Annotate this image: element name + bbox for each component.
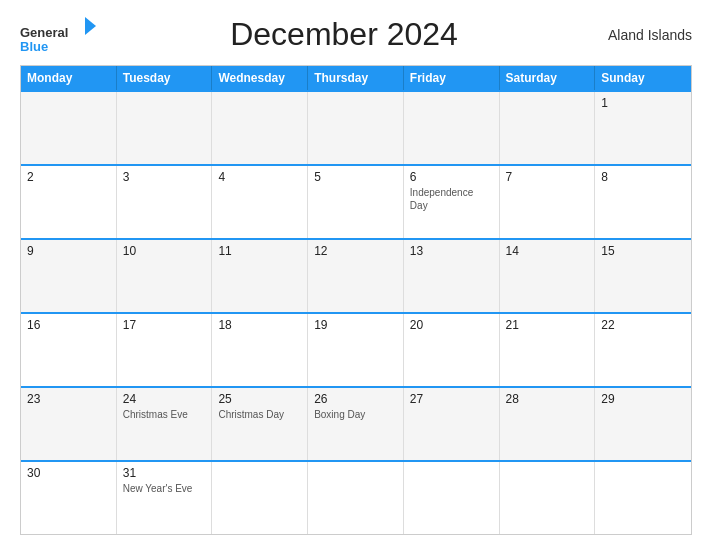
cal-cell: 31New Year's Eve (117, 462, 213, 534)
day-number: 9 (27, 244, 110, 258)
day-number: 15 (601, 244, 685, 258)
day-number: 11 (218, 244, 301, 258)
cal-cell: 27 (404, 388, 500, 460)
cal-cell: 7 (500, 166, 596, 238)
cal-cell: 18 (212, 314, 308, 386)
logo-flag-icon (74, 15, 96, 37)
page: General Blue December 2024 Aland Islands… (0, 0, 712, 550)
cal-cell (117, 92, 213, 164)
week-row-1: 1 (21, 90, 691, 164)
week-row-6: 3031New Year's Eve (21, 460, 691, 534)
cal-cell: 1 (595, 92, 691, 164)
cal-cell: 21 (500, 314, 596, 386)
cal-cell: 25Christmas Day (212, 388, 308, 460)
cal-cell (404, 462, 500, 534)
day-number: 8 (601, 170, 685, 184)
logo: General Blue (20, 15, 96, 55)
day-header-tuesday: Tuesday (117, 66, 213, 90)
day-number: 3 (123, 170, 206, 184)
cal-cell: 29 (595, 388, 691, 460)
day-number: 18 (218, 318, 301, 332)
day-number: 21 (506, 318, 589, 332)
day-event: Christmas Eve (123, 408, 206, 421)
day-number: 10 (123, 244, 206, 258)
calendar-body: 123456Independence Day789101112131415161… (21, 90, 691, 534)
region-label: Aland Islands (592, 27, 692, 43)
day-number: 19 (314, 318, 397, 332)
cal-cell: 3 (117, 166, 213, 238)
cal-cell: 4 (212, 166, 308, 238)
cal-cell: 24Christmas Eve (117, 388, 213, 460)
cal-cell: 22 (595, 314, 691, 386)
cal-cell: 26Boxing Day (308, 388, 404, 460)
day-number: 5 (314, 170, 397, 184)
cal-cell: 15 (595, 240, 691, 312)
day-number: 17 (123, 318, 206, 332)
day-header-sunday: Sunday (595, 66, 691, 90)
cal-cell (21, 92, 117, 164)
calendar: MondayTuesdayWednesdayThursdayFridaySatu… (20, 65, 692, 535)
cal-cell: 23 (21, 388, 117, 460)
cal-cell (500, 92, 596, 164)
day-number: 31 (123, 466, 206, 480)
cal-cell: 11 (212, 240, 308, 312)
calendar-header: MondayTuesdayWednesdayThursdayFridaySatu… (21, 66, 691, 90)
cal-cell: 6Independence Day (404, 166, 500, 238)
day-number: 4 (218, 170, 301, 184)
week-row-5: 2324Christmas Eve25Christmas Day26Boxing… (21, 386, 691, 460)
header: General Blue December 2024 Aland Islands (20, 15, 692, 55)
cal-cell (404, 92, 500, 164)
day-number: 12 (314, 244, 397, 258)
day-header-monday: Monday (21, 66, 117, 90)
cal-cell (308, 462, 404, 534)
day-number: 24 (123, 392, 206, 406)
cal-cell: 19 (308, 314, 404, 386)
week-row-4: 16171819202122 (21, 312, 691, 386)
day-number: 23 (27, 392, 110, 406)
day-event: New Year's Eve (123, 482, 206, 495)
week-row-3: 9101112131415 (21, 238, 691, 312)
day-number: 26 (314, 392, 397, 406)
cal-cell (212, 92, 308, 164)
cal-cell (308, 92, 404, 164)
cal-cell: 8 (595, 166, 691, 238)
cal-cell: 28 (500, 388, 596, 460)
day-header-saturday: Saturday (500, 66, 596, 90)
day-number: 2 (27, 170, 110, 184)
day-event: Christmas Day (218, 408, 301, 421)
cal-cell: 10 (117, 240, 213, 312)
day-number: 22 (601, 318, 685, 332)
day-number: 27 (410, 392, 493, 406)
day-number: 30 (27, 466, 110, 480)
day-number: 28 (506, 392, 589, 406)
logo-blue: Blue (20, 39, 48, 54)
day-event: Independence Day (410, 186, 493, 212)
cal-cell: 30 (21, 462, 117, 534)
month-title: December 2024 (96, 16, 592, 53)
day-number: 29 (601, 392, 685, 406)
day-header-friday: Friday (404, 66, 500, 90)
cal-cell (212, 462, 308, 534)
day-number: 1 (601, 96, 685, 110)
day-number: 13 (410, 244, 493, 258)
day-header-thursday: Thursday (308, 66, 404, 90)
cal-cell: 14 (500, 240, 596, 312)
day-number: 7 (506, 170, 589, 184)
svg-rect-1 (74, 17, 85, 35)
logo-text: General Blue (20, 15, 96, 55)
cal-cell: 2 (21, 166, 117, 238)
cal-cell: 13 (404, 240, 500, 312)
day-number: 14 (506, 244, 589, 258)
cal-cell: 9 (21, 240, 117, 312)
day-header-wednesday: Wednesday (212, 66, 308, 90)
cal-cell: 16 (21, 314, 117, 386)
cal-cell: 12 (308, 240, 404, 312)
day-number: 6 (410, 170, 493, 184)
cal-cell (500, 462, 596, 534)
day-number: 25 (218, 392, 301, 406)
cal-cell: 17 (117, 314, 213, 386)
week-row-2: 23456Independence Day78 (21, 164, 691, 238)
cal-cell: 5 (308, 166, 404, 238)
day-number: 16 (27, 318, 110, 332)
day-number: 20 (410, 318, 493, 332)
